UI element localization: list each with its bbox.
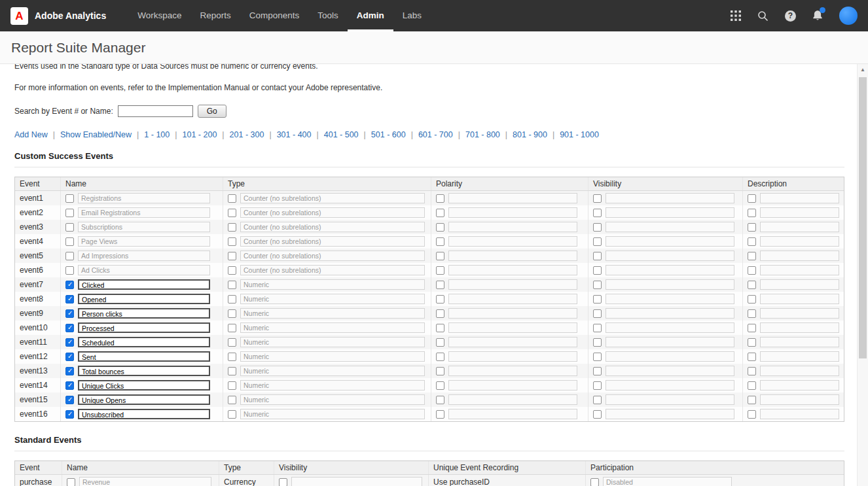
checkbox[interactable] [748, 367, 756, 375]
checkbox[interactable] [436, 381, 444, 390]
checkbox[interactable] [593, 237, 602, 246]
text-input[interactable]: Person clicks [78, 308, 210, 319]
checkbox[interactable] [748, 295, 756, 304]
checkbox[interactable] [748, 381, 756, 390]
checkbox[interactable] [228, 237, 236, 246]
checkbox[interactable] [436, 309, 444, 318]
pagination-link[interactable]: 101 - 200 [183, 130, 217, 139]
checkbox[interactable] [593, 281, 602, 289]
text-input[interactable]: Processed [78, 322, 210, 333]
checkbox[interactable] [593, 324, 602, 332]
pagination-link[interactable]: 401 - 500 [324, 130, 359, 139]
pagination-link[interactable]: 501 - 600 [371, 130, 406, 139]
checkbox[interactable] [228, 252, 236, 260]
checkbox[interactable] [748, 209, 756, 217]
checkbox[interactable] [65, 367, 74, 375]
checkbox[interactable] [593, 209, 602, 217]
checkbox[interactable] [593, 223, 602, 232]
pagination-link[interactable]: 201 - 300 [230, 130, 264, 139]
text-input[interactable]: Total bounces [78, 366, 210, 376]
checkbox[interactable] [436, 223, 444, 232]
checkbox[interactable] [593, 295, 602, 304]
checkbox[interactable] [65, 209, 74, 217]
nav-tools[interactable]: Tools [308, 0, 348, 31]
checkbox[interactable] [748, 324, 756, 332]
go-button[interactable]: Go [198, 105, 226, 118]
nav-components[interactable]: Components [240, 0, 309, 31]
checkbox[interactable] [65, 295, 74, 304]
checkbox[interactable] [748, 353, 756, 361]
pagination-link[interactable]: 1 - 100 [144, 130, 170, 139]
checkbox[interactable] [228, 295, 236, 304]
checkbox[interactable] [279, 478, 287, 486]
checkbox[interactable] [65, 252, 74, 260]
checkbox[interactable] [593, 194, 602, 203]
help-icon[interactable]: ? [785, 10, 796, 22]
checkbox[interactable] [65, 381, 74, 390]
checkbox[interactable] [590, 478, 599, 486]
vertical-scrollbar[interactable]: ▲ [857, 64, 868, 486]
checkbox[interactable] [65, 353, 74, 361]
checkbox[interactable] [748, 281, 756, 289]
checkbox[interactable] [436, 295, 444, 304]
text-input[interactable]: Scheduled [78, 337, 210, 347]
pagination-link[interactable]: 301 - 400 [277, 130, 312, 139]
nav-workspace[interactable]: Workspace [128, 0, 190, 31]
checkbox[interactable] [748, 410, 756, 419]
pagination-link[interactable]: Add New [14, 130, 48, 139]
checkbox[interactable] [436, 353, 444, 361]
text-input[interactable]: Unsubscribed [78, 409, 210, 419]
nav-reports[interactable]: Reports [190, 0, 240, 31]
checkbox[interactable] [748, 252, 756, 260]
checkbox[interactable] [65, 266, 74, 275]
checkbox[interactable] [65, 396, 74, 404]
checkbox[interactable] [593, 381, 602, 390]
checkbox[interactable] [228, 281, 236, 289]
pagination-link[interactable]: Show Enabled/New [60, 130, 132, 139]
nav-admin[interactable]: Admin [348, 0, 393, 31]
checkbox[interactable] [65, 237, 74, 246]
checkbox[interactable] [65, 281, 74, 289]
scrollbar-thumb[interactable] [859, 77, 867, 358]
checkbox[interactable] [65, 223, 74, 232]
avatar[interactable] [839, 7, 858, 25]
nav-labs[interactable]: Labs [393, 0, 431, 31]
checkbox[interactable] [65, 309, 74, 318]
checkbox[interactable] [228, 396, 236, 404]
checkbox[interactable] [436, 266, 444, 275]
notifications-icon[interactable] [812, 10, 823, 22]
text-input[interactable]: Opened [78, 294, 210, 304]
checkbox[interactable] [748, 223, 756, 232]
checkbox[interactable] [65, 194, 74, 203]
checkbox[interactable] [228, 367, 236, 375]
checkbox[interactable] [748, 338, 756, 347]
checkbox[interactable] [748, 194, 756, 203]
checkbox[interactable] [228, 353, 236, 361]
checkbox[interactable] [593, 309, 602, 318]
checkbox[interactable] [65, 410, 74, 419]
checkbox[interactable] [436, 410, 444, 419]
checkbox[interactable] [593, 410, 602, 419]
checkbox[interactable] [228, 209, 236, 217]
checkbox[interactable] [436, 237, 444, 246]
scrollbar-up-arrow[interactable]: ▲ [858, 64, 868, 75]
checkbox[interactable] [228, 410, 236, 419]
checkbox[interactable] [436, 281, 444, 289]
checkbox[interactable] [593, 367, 602, 375]
pagination-link[interactable]: 701 - 800 [465, 130, 500, 139]
checkbox[interactable] [436, 324, 444, 332]
checkbox[interactable] [228, 309, 236, 318]
checkbox[interactable] [228, 338, 236, 347]
checkbox[interactable] [65, 324, 74, 332]
checkbox[interactable] [65, 338, 74, 347]
checkbox[interactable] [748, 266, 756, 275]
text-input[interactable]: Clicked [78, 279, 210, 290]
checkbox[interactable] [593, 252, 602, 260]
pagination-link[interactable]: 901 - 1000 [560, 130, 599, 139]
checkbox[interactable] [748, 396, 756, 404]
checkbox[interactable] [228, 324, 236, 332]
text-input[interactable]: Sent [78, 351, 210, 362]
checkbox[interactable] [748, 237, 756, 246]
text-input[interactable]: Unique Opens [78, 394, 210, 405]
checkbox[interactable] [436, 252, 444, 260]
